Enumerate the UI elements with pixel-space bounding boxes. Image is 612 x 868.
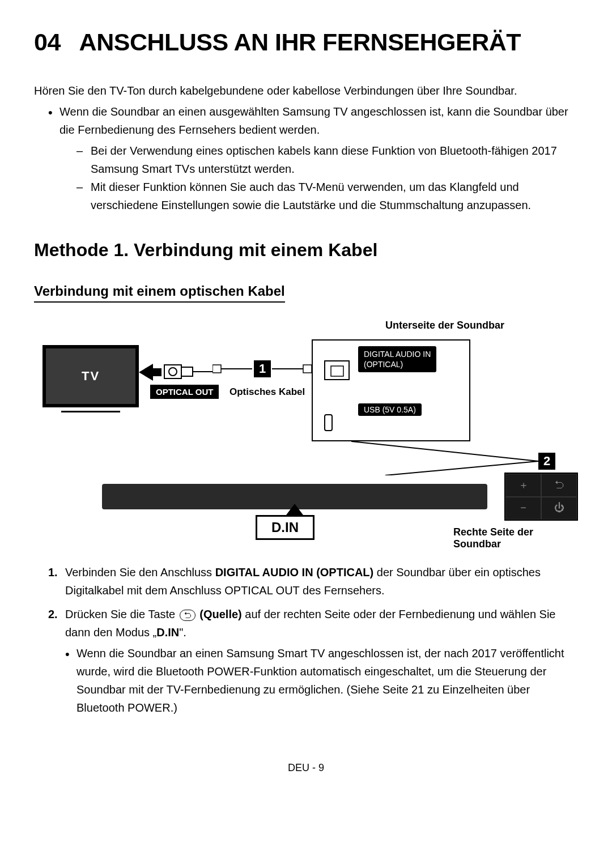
volume-up-icon: ＋ [505,474,541,497]
source-icon: ⮌ [541,474,577,497]
svg-rect-2 [181,367,193,376]
optical-port-icon [324,360,350,380]
volume-down-icon: − [505,497,541,520]
soundbar-side-label: Rechte Seite der Soundbar [453,526,578,550]
digital-audio-label: DIGITAL AUDIO IN (OPTICAL) [358,346,436,372]
cable-jack-icon [212,364,252,374]
bullet-item: Wenn die Soundbar an einen ausgewählten … [48,103,578,214]
soundbar-bottom-panel: DIGITAL AUDIO IN (OPTICAL) USB (5V 0.5A) [312,339,470,441]
step-2-subitem: Wenn die Soundbar an einen Samsung Smart… [65,644,578,717]
svg-rect-9 [331,366,343,376]
tv-illustration: TV [42,345,139,407]
svg-rect-5 [212,365,221,373]
heading-text: ANSCHLUSS AN IHR FERNSEHGERÄT [79,28,521,56]
power-icon: ⏻ [541,497,577,520]
diagonal-line-icon [351,441,544,475]
usb-port-icon [324,414,333,431]
arrow-left-icon [139,364,162,381]
page-footer: DEU - 9 [34,762,578,774]
dash-item: Mit dieser Funktion können Sie auch das … [76,178,578,214]
dash-list: Bei der Verwendung eines optischen kabel… [60,142,578,214]
cable-jack-right-icon [272,364,312,374]
usb-label: USB (5V 0.5A) [358,403,422,416]
optical-cable-label: Optisches Kabel [230,386,305,398]
step-1: 1. Verbinden Sie den Anschluss DIGITAL A… [48,563,578,599]
svg-marker-0 [139,364,162,381]
din-label: D.IN [256,515,314,540]
svg-rect-8 [303,365,312,373]
step-2: 2. Drücken Sie die Taste ⮌ (Quelle) auf … [48,605,578,717]
intro-bullets: Wenn die Soundbar an einen ausgewählten … [34,103,578,214]
svg-line-10 [351,441,538,461]
soundbar-bottom-label: Unterseite der Soundbar [385,320,504,331]
connection-diagram: Unterseite der Soundbar TV 1 OPTICAL OUT… [34,320,578,546]
intro-paragraph: Hören Sie den TV-Ton durch kabelgebunden… [34,82,578,100]
method-heading: Methode 1. Verbindung mit einem Kabel [34,240,578,261]
instruction-steps: 1. Verbinden Sie den Anschluss DIGITAL A… [34,563,578,717]
page-title: 04 ANSCHLUSS AN IHR FERNSEHGERÄT [34,28,578,56]
dash-item: Bei der Verwendung eines optischen kabel… [76,142,578,178]
svg-point-4 [169,368,177,376]
source-button-icon: ⮌ [180,610,196,621]
step-2-sublist: Wenn die Soundbar an einen Samsung Smart… [65,644,578,717]
step-1-marker: 1 [254,360,271,377]
optical-out-label: OPTICAL OUT [150,385,219,399]
tv-label: TV [82,369,100,384]
heading-number: 04 [34,28,61,56]
step-2-marker: 2 [538,453,555,470]
arrow-up-icon [286,504,303,515]
sub-heading: Verbindung mit einem optischen Kabel [34,283,285,303]
cable-connector-left-icon [162,360,212,383]
soundbar-side-panel: ＋ ⮌ − ⏻ [504,473,578,521]
svg-rect-1 [164,365,181,378]
